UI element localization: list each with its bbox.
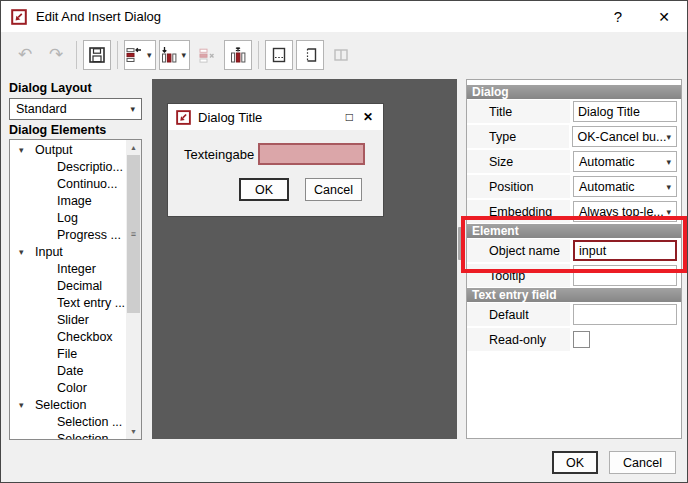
tree-item[interactable]: File [10,345,126,362]
tree-item[interactable]: Integer [10,260,126,277]
tree-item[interactable]: Log [10,209,126,226]
scrollbar-thumb[interactable]: ≡ [127,155,140,313]
tree-item-label: Slider [57,313,89,327]
undo-icon: ↶ [18,46,32,63]
split-view-icon [332,46,350,64]
property-label: Embedding [467,200,570,223]
tooltip-input[interactable] [573,265,677,286]
scroll-up-icon[interactable]: ▲ [126,140,141,155]
tree-item[interactable]: Text entry ... [10,294,126,311]
tree-item[interactable]: Checkbox [10,328,126,345]
tree-item[interactable]: Continuo... [10,175,126,192]
preview-close-icon[interactable]: ✕ [363,110,373,124]
expander-icon[interactable]: ▾ [19,145,32,155]
tree-item[interactable]: Selection ... [10,413,126,430]
tree-item[interactable]: Image [10,192,126,209]
preview-dialog: Dialog Title □ ✕ Texteingabe OK Cancel [168,104,383,216]
tree-item-label: Text entry ... [57,296,125,310]
preview-cancel-button[interactable]: Cancel [305,178,362,201]
property-label: Read-only [467,328,570,351]
ok-button[interactable]: OK [552,451,598,474]
position-select-value: Automatic [579,180,635,194]
property-row-size: Size Automatic▾ [467,149,681,174]
help-button[interactable]: ? [595,1,641,32]
expander-icon[interactable]: ▾ [19,247,32,257]
save-button[interactable] [83,40,111,70]
remove-row-button[interactable] [193,40,221,70]
preview-body: Texteingabe OK Cancel [168,130,383,216]
tree-item-label: Checkbox [57,330,113,344]
chevron-down-icon: ▾ [666,132,671,142]
remove-column-icon [229,46,247,64]
property-label: Tooltip [467,264,570,287]
tree-item-label: Selection ... [57,432,122,441]
tree-group-output[interactable]: ▾Output [10,141,126,158]
remove-column-button[interactable] [224,40,252,70]
property-label: Size [467,150,570,173]
tree-group-input[interactable]: ▾Input [10,243,126,260]
embed-left-button[interactable] [296,40,324,70]
tree-item-label: Input [35,245,63,259]
tree-item[interactable]: Date [10,362,126,379]
tree-item[interactable]: Color [10,379,126,396]
embed-bottom-icon [270,46,288,64]
preview-field-label: Texteingabe [184,147,254,162]
undo-button[interactable]: ↶ [11,40,39,70]
position-select[interactable]: Automatic▾ [573,176,677,197]
add-row-dropdown-arrow-icon[interactable]: ▾ [147,50,152,60]
property-label: Position [467,175,570,198]
design-canvas: Dialog Title □ ✕ Texteingabe OK Cancel [152,79,457,439]
preview-text-input-selected[interactable] [258,143,365,165]
save-icon [87,45,107,65]
properties-panel: Dialog Title Type OK-Cancel bu...▾ Size … [466,79,682,439]
titlebar: Edit And Insert Dialog ? ✕ [1,1,687,32]
size-select[interactable]: Automatic▾ [573,151,677,172]
property-row-tooltip: Tooltip [467,263,681,288]
preview-ok-button[interactable]: OK [239,178,289,201]
object-name-input[interactable] [573,240,677,261]
title-input[interactable] [573,101,677,122]
tree-item[interactable]: Slider [10,311,126,328]
remove-row-icon [198,46,216,64]
split-view-button[interactable] [327,40,355,70]
add-column-button[interactable]: ▾ [159,40,191,70]
dialog-section-header: Dialog [467,85,681,99]
redo-icon: ↷ [49,46,63,63]
property-row-position: Position Automatic▾ [467,174,681,199]
close-button[interactable]: ✕ [641,1,687,32]
type-select-value: OK-Cancel bu... [578,130,667,144]
redo-button[interactable]: ↷ [42,40,70,70]
layout-select[interactable]: Standard ▾ [9,98,142,120]
tree-item-label: Output [35,143,73,157]
tree-item[interactable]: Selection ... [10,430,126,440]
property-row-read-only: Read-only [467,327,681,352]
add-row-icon [125,46,143,64]
tree-scrollbar[interactable]: ▲ ≡ ▼ [126,140,141,439]
expander-icon[interactable]: ▾ [19,400,32,410]
element-section-header: Element [467,224,681,238]
embed-left-icon [301,46,319,64]
text-entry-section-header: Text entry field [467,288,681,302]
dialog-elements-header: Dialog Elements [9,123,142,138]
property-label: Default [467,303,570,326]
add-column-dropdown-arrow-icon[interactable]: ▾ [182,50,187,60]
app-icon [11,9,27,25]
chevron-down-icon: ▾ [130,104,135,114]
preview-maximize-icon[interactable]: □ [346,110,353,124]
tree-group-selection[interactable]: ▾Selection [10,396,126,413]
type-select[interactable]: OK-Cancel bu...▾ [572,126,677,147]
tree-item-label: Integer [57,262,96,276]
read-only-checkbox[interactable] [573,331,590,348]
add-row-button[interactable]: ▾ [124,40,156,70]
cancel-button[interactable]: Cancel [609,451,676,474]
tree-item[interactable]: Descriptio... [10,158,126,175]
splitter-handle[interactable] [458,227,463,260]
toolbar-separator [258,41,259,69]
default-input[interactable] [573,304,677,325]
embedding-select[interactable]: Always top-le...▾ [573,201,677,222]
tree-item[interactable]: Progress ... [10,226,126,243]
tree-item[interactable]: Decimal [10,277,126,294]
embed-bottom-button[interactable] [265,40,293,70]
scroll-down-icon[interactable]: ▼ [126,424,141,439]
chevron-down-icon: ▾ [666,207,671,217]
